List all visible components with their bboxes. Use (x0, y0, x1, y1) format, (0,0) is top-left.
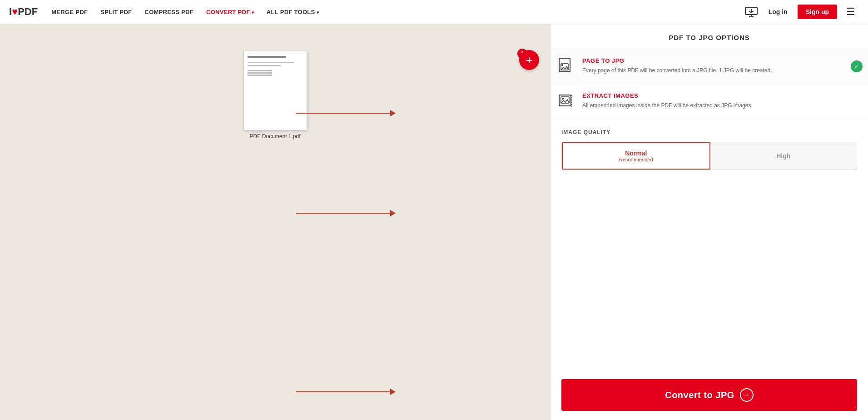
plus-icon: + (526, 54, 532, 66)
arrow-image-quality (296, 210, 396, 216)
add-files-button[interactable]: + (519, 50, 539, 70)
quality-high-button[interactable]: High (710, 142, 857, 170)
page-to-jpg-desc: Every page of this PDF will be converted… (582, 66, 841, 75)
pdf-line-title (248, 56, 286, 58)
arrow-page-to-jpg (296, 110, 396, 116)
sidebar-title: PDF TO JPG OPTIONS (551, 24, 868, 49)
extract-images-desc: All embedded images inside the PDF will … (582, 101, 841, 110)
page-to-jpg-check: ✓ (845, 49, 868, 84)
page-to-jpg-text: PAGE TO JPG Every page of this PDF will … (582, 49, 845, 84)
convert-arrow-icon: → (740, 388, 754, 402)
extract-images-text: EXTRACT IMAGES All embedded images insid… (582, 84, 845, 119)
login-button[interactable]: Log in (764, 5, 792, 18)
nav-merge-pdf[interactable]: MERGE PDF (51, 9, 88, 15)
arrow-convert-btn (296, 389, 396, 395)
page-to-jpg-title: PAGE TO JPG (582, 57, 841, 64)
sidebar-spacer (551, 177, 868, 370)
quality-label: IMAGE QUALITY (561, 129, 857, 135)
pdf-filename: PDF Document 1.pdf (249, 133, 300, 140)
nav-convert-pdf[interactable]: CONVERT PDF (206, 9, 254, 15)
pdf-line-2 (248, 65, 281, 66)
page-layout: 1 + PDF Document 1.pdf (0, 24, 868, 420)
extract-images-title: EXTRACT IMAGES (582, 92, 841, 99)
extract-images-check (845, 84, 868, 119)
pdf-line-1 (248, 62, 295, 63)
nav-compress-pdf[interactable]: COMPRESS PDF (144, 9, 193, 15)
convert-btn-wrap: Convert to JPG → (551, 370, 868, 420)
nav-split-pdf[interactable]: SPLIT PDF (100, 9, 132, 15)
quality-buttons: Normal Recommended High (561, 142, 857, 170)
option-page-to-jpg[interactable]: PAGE TO JPG Every page of this PDF will … (551, 49, 868, 84)
navbar-right: Log in Sign up ☰ (744, 4, 859, 20)
pdf-content-lines (248, 56, 303, 76)
download-icon[interactable] (744, 5, 759, 18)
check-circle-icon: ✓ (851, 60, 863, 72)
pdf-thumbnail[interactable] (243, 51, 307, 130)
page-to-jpg-icon-wrap (551, 49, 582, 84)
quality-section: IMAGE QUALITY Normal Recommended High (551, 119, 868, 177)
main-area: 1 + PDF Document 1.pdf (0, 24, 550, 420)
page-to-jpg-icon (557, 57, 575, 75)
nav-all-pdf-tools[interactable]: ALL PDF TOOLS (267, 9, 319, 15)
convert-button[interactable]: Convert to JPG → (561, 379, 857, 411)
sidebar: PDF TO JPG OPTIONS PAGE TO JPG Every pag… (550, 24, 868, 420)
extract-images-icon (557, 92, 575, 110)
svg-point-8 (561, 64, 563, 66)
signup-button[interactable]: Sign up (798, 5, 837, 19)
navbar: I♥PDF MERGE PDF SPLIT PDF COMPRESS PDF C… (0, 0, 868, 24)
logo-heart: ♥ (12, 6, 18, 18)
hamburger-button[interactable]: ☰ (843, 4, 859, 20)
svg-point-11 (562, 98, 564, 100)
pdf-file-preview: PDF Document 1.pdf (243, 51, 307, 140)
logo[interactable]: I♥PDF (9, 6, 38, 18)
logo-pdf: PDF (18, 6, 38, 18)
pdf-lines-group (248, 70, 303, 76)
extract-images-icon-wrap (551, 84, 582, 119)
quality-normal-button[interactable]: Normal Recommended (562, 142, 710, 170)
nav-links: MERGE PDF SPLIT PDF COMPRESS PDF CONVERT… (51, 9, 744, 15)
option-extract-images[interactable]: EXTRACT IMAGES All embedded images insid… (551, 84, 868, 119)
